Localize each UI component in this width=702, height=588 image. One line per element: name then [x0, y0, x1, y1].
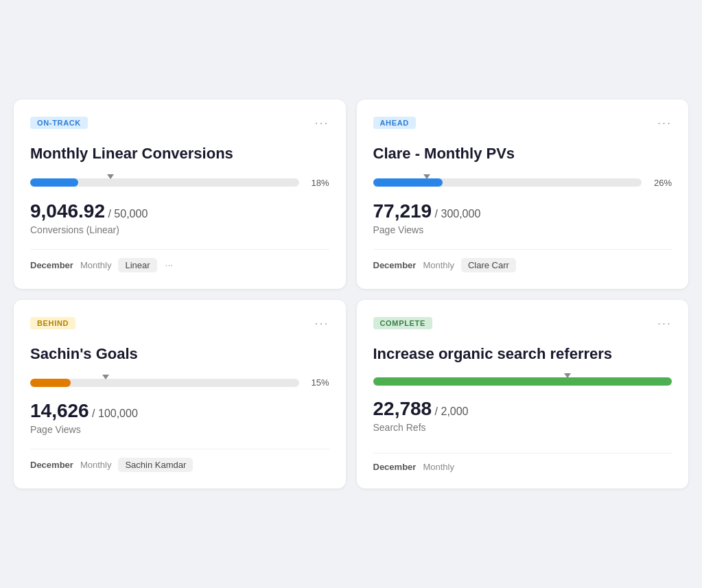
footer-more-icon[interactable]: ··· [165, 259, 174, 270]
card-title: Monthly Linear Conversions [30, 144, 329, 164]
footer-chip[interactable]: Clare Carr [461, 258, 516, 272]
card-header: ON-TRACK··· [30, 116, 329, 130]
stat-metric-label: Page Views [30, 424, 329, 435]
stats-section: 22,788 / 2,000Search Refs [373, 398, 672, 433]
card-footer: DecemberMonthlySachin Kamdar [30, 449, 329, 472]
stats-section: 14,626 / 100,000Page Views [30, 400, 329, 435]
progress-bar-container [30, 379, 299, 387]
stat-target: / 2,000 [432, 405, 468, 417]
goal-card-4: COMPLETE···Increase organic search refer… [357, 300, 689, 489]
stat-metric-label: Conversions (Linear) [30, 224, 329, 235]
footer-month: December [30, 260, 73, 270]
card-footer: DecemberMonthlyClare Carr [373, 249, 672, 272]
footer-period: Monthly [423, 260, 454, 270]
stat-target: / 50,000 [105, 208, 148, 220]
progress-bar-container [373, 178, 642, 187]
progress-bar-fill [30, 379, 71, 387]
card-header: BEHIND··· [30, 316, 329, 331]
stat-target: / 100,000 [89, 408, 138, 419]
card-header: AHEAD··· [373, 116, 672, 130]
status-badge: ON-TRACK [30, 117, 88, 129]
stat-current-value: 14,626 / 100,000 [30, 400, 329, 422]
card-footer: DecemberMonthly [373, 453, 672, 472]
footer-chip[interactable]: Linear [118, 258, 156, 272]
progress-marker [102, 375, 109, 379]
progress-percent-label: 26% [647, 178, 672, 188]
dashboard-grid: ON-TRACK···Monthly Linear Conversions18%… [14, 99, 688, 489]
progress-section: 26% [373, 178, 672, 188]
stat-main-number: 77,219 [373, 200, 432, 222]
card-title: Clare - Monthly PVs [373, 144, 672, 164]
more-options-icon[interactable]: ··· [314, 316, 329, 331]
card-title: Increase organic search referrers [373, 344, 672, 364]
footer-month: December [373, 462, 417, 472]
stat-metric-label: Search Refs [373, 422, 672, 433]
progress-row [373, 377, 672, 386]
status-badge: AHEAD [373, 117, 416, 129]
stat-current-value: 77,219 / 300,000 [373, 200, 672, 222]
more-options-icon[interactable]: ··· [314, 116, 329, 130]
progress-row: 18% [30, 178, 329, 188]
card-title: Sachin's Goals [30, 344, 329, 364]
progress-marker [107, 174, 114, 179]
more-options-icon[interactable]: ··· [657, 116, 672, 130]
stat-current-value: 22,788 / 2,000 [373, 398, 672, 420]
footer-month: December [373, 260, 417, 270]
footer-period: Monthly [80, 460, 112, 470]
goal-card-2: AHEAD···Clare - Monthly PVs26%77,219 / 3… [357, 99, 689, 289]
progress-section: 15% [30, 377, 329, 388]
progress-section [373, 377, 672, 386]
progress-bar-container [30, 178, 299, 187]
status-badge: COMPLETE [373, 317, 432, 329]
progress-bar-fill [30, 178, 78, 187]
progress-section: 18% [30, 178, 329, 188]
progress-bar-fill [373, 178, 443, 187]
footer-period: Monthly [423, 462, 454, 472]
stat-main-number: 22,788 [373, 398, 432, 419]
stat-target: / 300,000 [432, 208, 480, 220]
progress-marker [423, 174, 430, 179]
card-footer: DecemberMonthlyLinear··· [30, 249, 329, 272]
stats-section: 9,046.92 / 50,000Conversions (Linear) [30, 200, 329, 235]
footer-month: December [30, 460, 73, 470]
more-options-icon[interactable]: ··· [657, 316, 672, 331]
footer-chip[interactable]: Sachin Kamdar [118, 458, 193, 472]
stat-current-value: 9,046.92 / 50,000 [30, 200, 329, 222]
goal-card-1: ON-TRACK···Monthly Linear Conversions18%… [14, 99, 346, 289]
card-header: COMPLETE··· [373, 316, 672, 331]
goal-card-3: BEHIND···Sachin's Goals15%14,626 / 100,0… [14, 300, 346, 489]
progress-percent-label: 18% [305, 178, 329, 188]
progress-percent-label: 15% [305, 377, 329, 388]
stat-metric-label: Page Views [373, 224, 672, 235]
progress-bar-container [373, 377, 672, 386]
progress-marker [564, 373, 571, 378]
progress-row: 26% [373, 178, 672, 188]
stat-main-number: 9,046.92 [30, 200, 105, 222]
progress-row: 15% [30, 377, 329, 388]
status-badge: BEHIND [30, 317, 75, 329]
stat-main-number: 14,626 [30, 400, 89, 421]
footer-period: Monthly [80, 260, 112, 270]
stats-section: 77,219 / 300,000Page Views [373, 200, 672, 235]
progress-bar-fill [373, 377, 672, 386]
